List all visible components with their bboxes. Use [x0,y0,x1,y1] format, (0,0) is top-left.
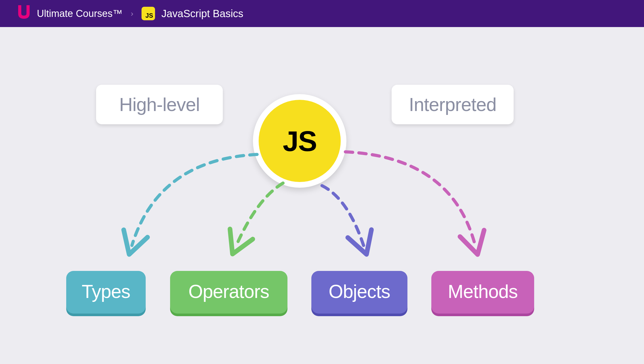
category-label: Methods [448,281,518,302]
category-methods: Methods [431,271,534,314]
category-types: Types [66,271,146,314]
category-label: Types [82,281,130,302]
js-badge-icon: JS [142,7,155,20]
category-label: Operators [188,281,269,302]
js-center-circle: JS [259,100,341,182]
category-objects: Objects [311,271,407,314]
js-badge-label: JS [145,12,153,19]
category-operators: Operators [170,271,287,314]
characteristic-card-high-level: High-level [96,85,223,124]
characteristic-card-interpreted: Interpreted [392,85,514,124]
diagram-canvas: High-level Interpreted JS [0,27,644,364]
characteristic-label: Interpreted [409,94,496,115]
arrow-objects-icon [322,186,364,245]
arrow-methods-icon [345,152,475,245]
arrow-types-icon [132,154,257,245]
arrow-operators-icon [236,183,283,245]
js-center-node: JS [253,94,346,188]
characteristic-label: High-level [119,94,200,115]
category-label: Objects [328,281,390,302]
js-center-label: JS [283,125,317,158]
chevron-right-icon: › [131,9,133,18]
header-bar: Ultimate Courses™ › JS JavaScript Basics [0,0,644,27]
breadcrumb-course-title[interactable]: JavaScript Basics [161,8,243,20]
logo-icon [17,5,31,22]
brand-name[interactable]: Ultimate Courses™ [37,8,122,19]
